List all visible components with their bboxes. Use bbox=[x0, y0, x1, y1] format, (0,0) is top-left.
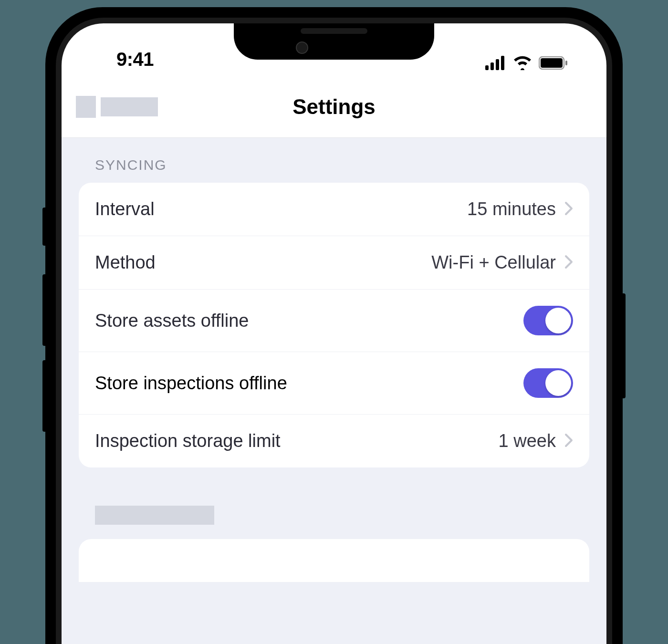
row-store-assets-label: Store assets offline bbox=[95, 311, 249, 331]
content-area: SYNCING Interval 15 minutes Method bbox=[62, 138, 606, 644]
toggle-store-assets[interactable] bbox=[523, 306, 573, 335]
row-store-inspections-label: Store inspections offline bbox=[95, 373, 287, 394]
nav-bar: Settings bbox=[62, 76, 606, 138]
volume-up-button bbox=[42, 274, 47, 346]
syncing-card: Interval 15 minutes Method Wi-Fi + Cellu… bbox=[79, 183, 589, 467]
toggle-store-inspections[interactable] bbox=[523, 368, 573, 398]
section-header-syncing: SYNCING bbox=[62, 157, 606, 183]
row-storage-limit-value: 1 week bbox=[499, 431, 556, 451]
toggle-knob bbox=[545, 370, 571, 396]
screen: 9:41 bbox=[62, 23, 606, 644]
phone-frame: 9:41 bbox=[45, 7, 623, 644]
power-button bbox=[621, 293, 626, 398]
notch bbox=[234, 23, 434, 60]
cellular-signal-icon bbox=[485, 56, 506, 70]
speaker-grille bbox=[301, 28, 367, 34]
row-interval-label: Interval bbox=[95, 199, 155, 219]
svg-rect-3 bbox=[501, 56, 504, 70]
chevron-right-icon bbox=[564, 201, 573, 218]
chevron-right-icon bbox=[564, 433, 573, 449]
next-card-peek bbox=[79, 539, 589, 582]
svg-rect-7 bbox=[565, 61, 567, 65]
row-store-assets: Store assets offline bbox=[79, 290, 589, 352]
svg-rect-2 bbox=[496, 59, 499, 70]
status-time: 9:41 bbox=[95, 49, 154, 70]
row-storage-limit-label: Inspection storage limit bbox=[95, 431, 281, 451]
toggle-knob bbox=[545, 308, 571, 333]
row-method-value: Wi-Fi + Cellular bbox=[431, 252, 556, 273]
front-camera bbox=[296, 42, 308, 54]
back-label-placeholder bbox=[101, 97, 158, 116]
row-storage-limit[interactable]: Inspection storage limit 1 week bbox=[79, 415, 589, 467]
battery-icon bbox=[539, 56, 568, 70]
mute-switch bbox=[42, 208, 47, 246]
row-interval[interactable]: Interval 15 minutes bbox=[79, 183, 589, 236]
status-icons bbox=[485, 56, 573, 70]
svg-rect-0 bbox=[485, 65, 489, 70]
page-title: Settings bbox=[292, 95, 376, 119]
chevron-right-icon bbox=[564, 255, 573, 271]
row-method-label: Method bbox=[95, 252, 156, 273]
row-method[interactable]: Method Wi-Fi + Cellular bbox=[79, 236, 589, 290]
volume-down-button bbox=[42, 360, 47, 432]
row-store-inspections: Store inspections offline bbox=[79, 352, 589, 415]
svg-rect-6 bbox=[541, 58, 563, 68]
back-button[interactable] bbox=[76, 96, 158, 118]
wifi-icon bbox=[513, 56, 532, 70]
back-icon-placeholder bbox=[76, 96, 96, 118]
section-header-placeholder bbox=[95, 506, 214, 525]
row-interval-value: 15 minutes bbox=[467, 199, 556, 219]
svg-rect-1 bbox=[491, 62, 494, 70]
